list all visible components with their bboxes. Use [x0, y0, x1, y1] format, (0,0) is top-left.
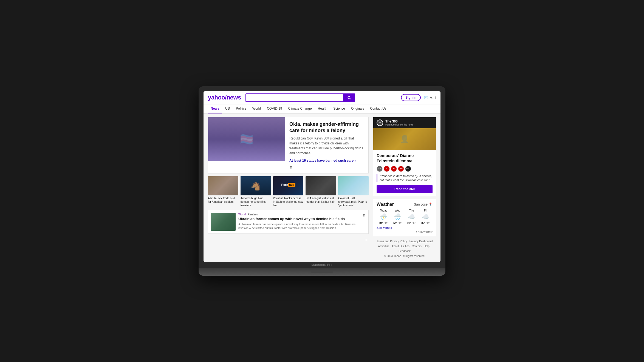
- footer-about-ads[interactable]: About Our Ads: [392, 245, 409, 248]
- left-content: Okla. makes gender-affirming care for mi…: [208, 117, 369, 259]
- weather-day-label-wed: Wed: [391, 209, 405, 212]
- main-content: Okla. makes gender-affirming care for mi…: [204, 114, 440, 262]
- footer-links: Terms and Privacy Policy Privacy Dashboa…: [373, 239, 436, 259]
- source-icon-ap2: AP: [391, 166, 397, 172]
- hero-text: Okla. makes gender-affirming care for mi…: [285, 117, 368, 173]
- thumb-image-4: [306, 176, 336, 195]
- yahoo-logo[interactable]: yahoo/news: [208, 94, 241, 101]
- more-button[interactable]: ···: [365, 237, 369, 243]
- weather-day-wed: Wed 🌧️ 62° 48°: [391, 209, 405, 224]
- the-360-logo-icon: ⊙: [377, 119, 383, 126]
- the-360-quote: "Patience is hard to come by in politics…: [377, 174, 433, 183]
- laptop-notch: [311, 271, 333, 273]
- thumb-caption-3: Pornhub blocks access in Utah to challen…: [273, 196, 304, 207]
- navigation-bar: News US Politics World COVID-19 Climate …: [204, 104, 440, 114]
- pornhub-logo: Pornhub: [273, 176, 304, 186]
- footer-row-2: Advertise About Our Ads Careers Help Fee…: [373, 244, 436, 254]
- thumb-item-4[interactable]: DNA analyst testifies at murder trial: I…: [306, 176, 336, 207]
- source-icon-time: T: [384, 166, 390, 172]
- news-share-button[interactable]: ⬆: [362, 213, 366, 217]
- nav-item-science[interactable]: Science: [331, 104, 348, 113]
- laptop-bottom: [199, 268, 445, 276]
- weather-day-label-today: Today: [377, 209, 391, 212]
- thumb-caption-5: Colossal Calif. snowpack melt: Peak is '…: [338, 196, 369, 207]
- site-header: yahoo/news Sign in ✉️ Mail: [204, 91, 440, 104]
- read-360-button[interactable]: Read the 360: [377, 185, 433, 193]
- signin-button[interactable]: Sign in: [401, 94, 421, 101]
- hero-description: Republican Gov. Kevin Stitt signed a bil…: [289, 136, 364, 156]
- weather-temps-today: 60° 48°: [377, 221, 391, 224]
- search-bar: [245, 93, 355, 102]
- footer-help[interactable]: Help: [424, 245, 430, 248]
- location-pin-icon: 📍: [428, 203, 433, 206]
- search-input[interactable]: [245, 93, 343, 102]
- the-360-image-placeholder: 👤: [373, 128, 436, 150]
- footer-copyright: © 2023 Yahoo. All rights reserved.: [373, 254, 436, 259]
- accuweather-attribution: ● AccuWeather: [377, 230, 433, 233]
- search-icon: [347, 95, 351, 100]
- weather-title: Weather: [377, 202, 394, 207]
- weather-temps-wed: 62° 48°: [391, 221, 405, 224]
- thumb-item-2[interactable]: 🐴 Airport's huge blue demon horse terrif…: [241, 176, 271, 207]
- weather-day-thu: Thu ☁️ 64° 49°: [405, 209, 419, 224]
- source-tag-reuters: Reuters: [247, 213, 258, 216]
- the-360-image: 👤: [373, 128, 436, 150]
- hero-article[interactable]: Okla. makes gender-affirming care for mi…: [208, 117, 369, 174]
- the-360-header: ⊙ The 360 Perspectives on the news: [373, 117, 436, 128]
- nav-item-covid[interactable]: COVID-19: [264, 104, 285, 113]
- the-360-card: ⊙ The 360 Perspectives on the news 👤 Dem…: [373, 117, 436, 196]
- mail-link[interactable]: ✉️ Mail: [424, 96, 436, 100]
- the-360-body: Democrats' Dianne Feinstein dilemma AP T…: [373, 150, 436, 196]
- weather-icon-wed: 🌧️: [391, 213, 405, 220]
- thumb-image-5: [338, 176, 369, 195]
- share-icon[interactable]: ⬆: [289, 165, 364, 169]
- nav-item-news[interactable]: News: [208, 104, 222, 113]
- search-button[interactable]: [343, 93, 355, 102]
- the-360-headline: Democrats' Dianne Feinstein dilemma: [377, 153, 433, 164]
- horse-icon: 🐴: [251, 181, 261, 191]
- thumb-caption-1: A brutal sex trade built for American so…: [208, 196, 238, 204]
- thumb-item-3[interactable]: Pornhub Pornhub blocks access in Utah to…: [273, 176, 304, 207]
- weather-day-label-thu: Thu: [405, 209, 419, 212]
- footer-careers[interactable]: Careers: [412, 245, 422, 248]
- weather-card: Weather San Jose 📍 Today ⛈️ 60° 48: [373, 199, 436, 236]
- thumbnail-row: A brutal sex trade built for American so…: [208, 176, 369, 207]
- nav-item-climate[interactable]: Climate Change: [286, 104, 315, 113]
- footer-feedback[interactable]: Feedback: [399, 250, 411, 253]
- thumb-caption-4: DNA analyst testifies at murder trial: I…: [306, 196, 336, 204]
- nav-item-health[interactable]: Health: [315, 104, 330, 113]
- nav-item-contact[interactable]: Contact Us: [367, 104, 389, 113]
- thumb-item-5[interactable]: Colossal Calif. snowpack melt: Peak is '…: [338, 176, 369, 207]
- source-icons: AP T AP CNN WSJ: [377, 166, 433, 172]
- hero-image-placeholder: [208, 117, 285, 161]
- macbook-label: MacBook Pro: [204, 262, 440, 268]
- see-more-weather-link[interactable]: See More »: [377, 226, 433, 229]
- news-source: World Reuters: [238, 213, 360, 216]
- news-list-item[interactable]: World Reuters Ukrainian farmer comes up …: [208, 210, 369, 234]
- nav-item-politics[interactable]: Politics: [233, 104, 249, 113]
- mail-icon: ✉️: [424, 96, 428, 100]
- the-360-title: The 360: [385, 119, 414, 123]
- nav-item-originals[interactable]: Originals: [348, 104, 367, 113]
- nav-item-us[interactable]: US: [222, 104, 233, 113]
- news-excerpt: A Ukrainian farmer has come up with a no…: [238, 223, 360, 230]
- header-right: Sign in ✉️ Mail: [401, 94, 436, 101]
- nav-item-world[interactable]: World: [250, 104, 264, 113]
- footer-advertise[interactable]: Advertise: [378, 245, 390, 248]
- news-title: Ukrainian farmer comes up with novel way…: [238, 217, 360, 221]
- thumb-caption-2: Airport's huge blue demon horse terrifie…: [241, 196, 271, 207]
- thumb-item-1[interactable]: A brutal sex trade built for American so…: [208, 176, 238, 207]
- browser-screen: yahoo/news Sign in ✉️ Mail News: [204, 91, 440, 262]
- weather-temps-fri: 66° 48°: [419, 221, 433, 224]
- horse-overlay: 🐴: [241, 176, 271, 195]
- footer-privacy-dashboard[interactable]: Privacy Dashboard: [409, 240, 433, 243]
- news-actions: ⬆: [362, 213, 366, 231]
- hero-link[interactable]: At least 16 states have banned such care…: [289, 159, 356, 163]
- news-text: World Reuters Ukrainian farmer comes up …: [238, 213, 360, 231]
- thumb-image-3: Pornhub: [273, 176, 304, 195]
- source-icon-ap: AP: [377, 166, 383, 172]
- weather-day-fri: Fri ☁️ 66° 48°: [419, 209, 433, 224]
- right-sidebar: ⊙ The 360 Perspectives on the news 👤 Dem…: [373, 117, 436, 259]
- source-icon-cnn: CNN: [398, 166, 404, 172]
- footer-terms[interactable]: Terms and Privacy Policy: [377, 240, 407, 243]
